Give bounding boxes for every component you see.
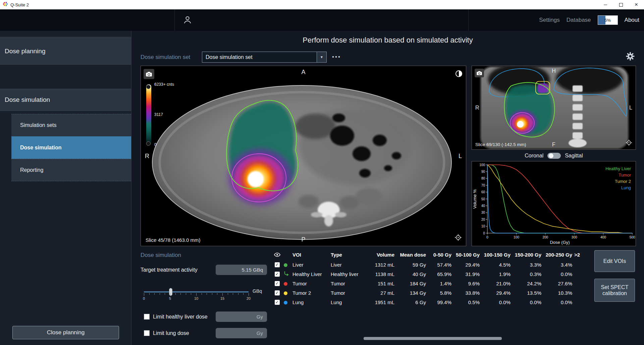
minimize-button[interactable] xyxy=(598,0,613,9)
voi-cell: Lung xyxy=(292,299,331,305)
voi-visibility-checkbox[interactable]: ✓ xyxy=(275,300,280,305)
colorbar-max-handle[interactable] xyxy=(146,85,151,89)
voi-visibility-checkbox[interactable]: ✓ xyxy=(275,290,280,295)
voi-cell: 0.3% xyxy=(513,271,543,277)
voi-cell: 99.4% xyxy=(428,299,453,305)
voi-cell: 151 mL xyxy=(368,281,396,286)
limit-lung-label: Limit lung dose xyxy=(153,330,189,336)
user-icon[interactable] xyxy=(183,15,192,26)
nav-dose-planning-label: Dose planning xyxy=(5,48,45,55)
nav-dose-simulation[interactable]: Dose simulation xyxy=(0,89,131,111)
nav-dose-simulation-sub[interactable]: Dose simulation xyxy=(11,136,131,159)
toggle-label-sagittal[interactable]: Sagittal xyxy=(565,153,583,159)
svg-text:10: 10 xyxy=(481,224,485,228)
colorbar[interactable] xyxy=(146,84,151,146)
dvh-chart: 01020304050607080901000100200300400500Do… xyxy=(472,161,636,246)
svg-text:100: 100 xyxy=(514,235,519,239)
voi-cell: 134 Gy xyxy=(396,290,428,296)
voi-cell: 1138 mL xyxy=(368,271,396,277)
voi-cell: 57.4% xyxy=(428,262,453,268)
voi-color-dot-icon xyxy=(284,299,292,305)
edit-vois-button[interactable]: Edit VOIs xyxy=(594,250,635,272)
voi-table-header: 50-100 Gy xyxy=(453,252,482,258)
close-planning-button[interactable]: Close planning xyxy=(12,326,119,339)
axial-viewer[interactable]: A R L P 6233+ cnts 3117 0 Slice 45/78 (1… xyxy=(141,66,466,246)
coronal-ct-image xyxy=(472,66,636,149)
colorbar-mid-label: 3117 xyxy=(154,112,163,117)
colorbar-min-handle[interactable] xyxy=(146,141,151,146)
topbar-divider xyxy=(468,9,469,31)
window-title: Q-Suite 2 xyxy=(10,2,29,7)
svg-text:20: 20 xyxy=(481,218,485,221)
voi-cell: 1.4% xyxy=(428,281,453,286)
voi-table-header: Volume xyxy=(368,252,396,258)
svg-text:200: 200 xyxy=(542,235,548,239)
voi-table-row[interactable]: ✓LiverLiver1312 mL59 Gy57.4%29.4%4.5%3.3… xyxy=(270,260,588,269)
nav-reporting[interactable]: Reporting xyxy=(11,159,131,181)
voi-visibility-checkbox[interactable]: ✓ xyxy=(275,272,280,277)
voi-visibility-cell: ✓ xyxy=(270,262,284,267)
voi-cell: 1951 mL xyxy=(368,299,396,305)
voi-table-row[interactable]: ✓Tumor 2Tumor27 mL134 Gy5.8%33.8%29.4%13… xyxy=(270,288,588,297)
contrast-icon[interactable] xyxy=(455,70,463,79)
close-button[interactable]: × xyxy=(629,0,644,9)
voi-cell: 0.0% xyxy=(543,299,574,305)
voi-cell: 3.3% xyxy=(513,262,543,268)
voi-cell: 9.6% xyxy=(453,281,482,286)
slider-ticks xyxy=(144,293,249,296)
page-title: Perform dose simulation based on simulat… xyxy=(131,36,644,45)
limit-liver-checkbox[interactable] xyxy=(144,314,150,320)
voi-color-dot-icon xyxy=(284,281,292,286)
gear-icon[interactable] xyxy=(626,52,635,61)
voi-visibility-checkbox[interactable]: ✓ xyxy=(275,262,280,267)
topbar-divider xyxy=(174,9,175,31)
limit-liver-dose-input[interactable]: Gy xyxy=(216,312,267,322)
voi-table-row[interactable]: ✓LungLung1951 mL6 Gy99.4%0.5%0.0%0.0%0.0… xyxy=(270,297,588,307)
limit-lung-checkbox[interactable] xyxy=(144,330,150,336)
coronal-sagittal-toggle[interactable] xyxy=(547,153,561,159)
voi-visibility-checkbox[interactable]: ✓ xyxy=(275,281,280,286)
voi-cell: Liver xyxy=(292,262,331,268)
target-activity-value[interactable]: 5.15 GBq xyxy=(216,265,267,275)
limit-lung-dose-input[interactable]: Gy xyxy=(216,328,267,338)
settings-menu[interactable]: Settings xyxy=(539,17,559,23)
nav-reporting-label: Reporting xyxy=(20,167,43,173)
activity-slider[interactable]: 05101520 xyxy=(144,287,249,301)
voi-cell: 29.4% xyxy=(453,262,482,268)
coronal-viewer[interactable]: H R L F Slice 69/130 (-142.5 mm) xyxy=(472,66,636,150)
colorbar-min-label: 0 xyxy=(154,142,157,147)
voi-table-header: 0-50 Gy xyxy=(428,252,453,258)
svg-text:80: 80 xyxy=(481,177,485,180)
voi-visibility-cell: ✓ xyxy=(270,281,284,286)
voi-table-row[interactable]: ✓Healthy LiverHealthy liver1138 mL40 Gy6… xyxy=(270,269,588,279)
voi-cell: 0.0% xyxy=(543,271,574,277)
voi-cell: 0.5% xyxy=(453,299,482,305)
dvh-legend-item: Lung xyxy=(621,185,631,190)
visibility-eye-icon xyxy=(270,253,284,257)
slider-track[interactable] xyxy=(144,291,249,292)
database-menu[interactable]: Database xyxy=(567,17,591,23)
nav-dose-planning[interactable]: Dose planning xyxy=(0,38,131,65)
voi-cell: 4.5% xyxy=(482,262,513,268)
voi-table-body: ✓LiverLiver1312 mL59 Gy57.4%29.4%4.5%3.3… xyxy=(270,260,588,307)
crosshair-icon[interactable] xyxy=(454,234,462,243)
horizontal-scrollbar[interactable] xyxy=(364,337,502,340)
dvh-chart-panel[interactable]: 01020304050607080901000100200300400500Do… xyxy=(472,161,636,246)
voi-cell: 1.9% xyxy=(482,271,513,277)
maximize-button[interactable] xyxy=(613,0,629,9)
simulation-set-label: Dose simulation set xyxy=(141,52,190,63)
more-options-button[interactable]: ••• xyxy=(332,54,341,60)
colorbar-max-label: 6233+ cnts xyxy=(154,82,174,87)
voi-cell: 0.0% xyxy=(482,299,513,305)
crosshair-icon[interactable] xyxy=(626,139,632,147)
dvh-legend-item: Tumor 2 xyxy=(615,179,631,184)
svg-text:100: 100 xyxy=(479,163,485,167)
set-spect-calibration-button[interactable]: Set SPECT calibration xyxy=(594,279,635,302)
nav-simulation-sets[interactable]: Simulation sets xyxy=(11,114,131,136)
toggle-label-coronal[interactable]: Coronal xyxy=(525,153,543,159)
voi-table-row[interactable]: ✓TumorTumor151 mL184 Gy1.4%9.6%21.0%24.2… xyxy=(270,279,588,288)
voi-cell: 13.5% xyxy=(513,290,543,296)
about-menu[interactable]: About xyxy=(625,17,639,23)
voi-cell: Healthy Liver xyxy=(292,271,331,277)
simulation-set-dropdown[interactable]: Dose simulation set ▼ xyxy=(202,52,327,63)
